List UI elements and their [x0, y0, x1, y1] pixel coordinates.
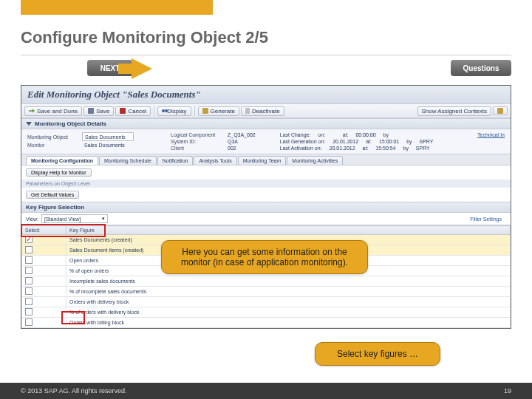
key-figure-cell: Orders with delivery block [66, 297, 511, 307]
settings-button[interactable] [493, 106, 508, 115]
details-header[interactable]: Monitoring Object Details [21, 118, 511, 129]
view-select[interactable]: [Standard View]▾ [41, 214, 108, 223]
brand-bar [21, 0, 213, 15]
page-number: 19 [504, 387, 511, 395]
label: Client [171, 146, 222, 151]
label: Monitor [27, 143, 79, 148]
select-cell [22, 276, 66, 287]
label: by [383, 132, 389, 137]
checkbox[interactable] [25, 308, 33, 316]
nav-row: NEXT Questions [21, 58, 511, 83]
separator [154, 106, 154, 116]
tab-monitoring-activities[interactable]: Monitoring Activities [287, 156, 343, 165]
checkbox[interactable] [25, 267, 33, 274]
checkbox[interactable] [25, 256, 33, 264]
val: Z_Q3A_002 [225, 132, 258, 137]
tab-monitoring-configuration[interactable]: Monitoring Configuration [26, 156, 98, 165]
label: by [406, 139, 412, 144]
mon-obj-field[interactable]: Sales Documents [82, 132, 134, 141]
val: 15:50:54 [375, 146, 395, 151]
sap-window: Edit Monitoring Object "Sales Documents"… [21, 85, 511, 329]
show-assigned-button[interactable]: Show Assigned Contexts [417, 106, 492, 116]
technical-info-link[interactable]: Technical In [477, 132, 505, 137]
flag-icon [245, 108, 250, 114]
cancel-button[interactable]: Cancel [115, 106, 151, 116]
label: Last Activation on: [280, 146, 322, 151]
separator [194, 106, 195, 116]
label: by [403, 146, 408, 151]
get-default-values-button[interactable]: Get Default Values [26, 191, 79, 199]
key-figure-header: Key Figure Selection [21, 202, 511, 213]
callout-select-kf: Select key figures … [315, 342, 440, 366]
save-button[interactable]: Save [83, 106, 114, 116]
val: 20.01.2012 [332, 139, 358, 144]
table-row: % of orders with delivery block [22, 307, 511, 318]
monitor-value: Sales Documents [82, 143, 127, 148]
display-help-button[interactable]: Display Help for Monitor [26, 168, 92, 177]
arrow-head-icon [132, 58, 152, 79]
btn-label: Generate [211, 108, 235, 115]
btn-label: Display [167, 108, 186, 115]
val: SPRY [416, 146, 430, 151]
filter-settings-link[interactable]: Filter Settings [470, 216, 502, 222]
table-row: Orders with billing block [22, 318, 511, 328]
table-row: % of incomplete sales documents [22, 287, 511, 297]
window-title: Edit Monitoring Object "Sales Documents" [21, 86, 511, 103]
copyright: © 2013 SAP AG. All rights reserved. [21, 387, 127, 395]
tab-analysis-tools[interactable]: Analysis Tools [194, 156, 236, 165]
select-cell [22, 318, 66, 328]
select-cell [22, 245, 66, 256]
select-cell [22, 287, 66, 297]
checkbox[interactable] [25, 246, 33, 253]
select-cell [22, 256, 66, 266]
tab-notification[interactable]: Notification [157, 156, 194, 165]
questions-button[interactable]: Questions [451, 60, 511, 76]
toolbar: Save and Done Save Cancel Display Genera… [21, 103, 511, 118]
val: 002 [225, 146, 239, 151]
select-cell [22, 297, 66, 307]
tab-monitoring-team[interactable]: Monitoring Team [238, 156, 287, 165]
checkbox[interactable] [25, 287, 33, 295]
btn-label: Cancel [128, 108, 146, 115]
select-cell [22, 307, 66, 318]
details-body: Monitoring ObjectSales Documents Monitor… [21, 129, 511, 154]
table-row: Incomplete sales documents [22, 276, 511, 287]
checkbox[interactable] [25, 277, 33, 284]
deactivate-button[interactable]: Deactivate [241, 106, 284, 116]
checkbox[interactable] [25, 318, 33, 326]
btn-label: Save [96, 108, 109, 115]
tab-monitoring-schedule[interactable]: Monitoring Schedule [99, 156, 157, 165]
cancel-icon [120, 108, 126, 114]
checkbox[interactable] [25, 298, 33, 305]
section-label: Monitoring Object Details [35, 120, 106, 127]
label: on: [318, 132, 325, 137]
chevron-down-icon [26, 122, 32, 126]
label: Logical Component [171, 132, 222, 137]
view-label: View: [26, 216, 38, 222]
divider [21, 55, 511, 55]
val: 20.01.2012 [330, 146, 355, 151]
btn-label: Show Assigned Contexts [422, 108, 488, 115]
label: Monitoring Object [27, 134, 79, 140]
select-cell [22, 266, 66, 276]
params-header: Parameters on Object Level [21, 180, 511, 188]
col-key-figure: Key Figure [66, 226, 511, 235]
save-and-done-button[interactable]: Save and Done [24, 106, 82, 116]
key-figure-cell: Orders with billing block [66, 318, 511, 328]
chevron-down-icon: ▾ [102, 216, 105, 222]
label: System ID: [171, 139, 222, 144]
tab-strip: Monitoring Configuration Monitoring Sche… [21, 154, 511, 165]
val: 15:00:01 [379, 139, 399, 144]
glasses-icon [162, 109, 165, 112]
table-row: Orders with delivery block [22, 297, 511, 307]
display-button[interactable]: Display [157, 106, 191, 116]
label: at: [363, 146, 369, 151]
save-icon [88, 108, 94, 114]
generate-button[interactable]: Generate [198, 106, 239, 116]
label: Last Generation on: [280, 139, 326, 144]
key-figure-cell: % of incomplete sales documents [66, 287, 511, 297]
highlight-select-checkbox [61, 311, 85, 324]
btn-label: Save and Done [37, 108, 78, 115]
footer: © 2013 SAP AG. All rights reserved. 19 [0, 383, 532, 399]
highlight-help-button [21, 224, 106, 237]
